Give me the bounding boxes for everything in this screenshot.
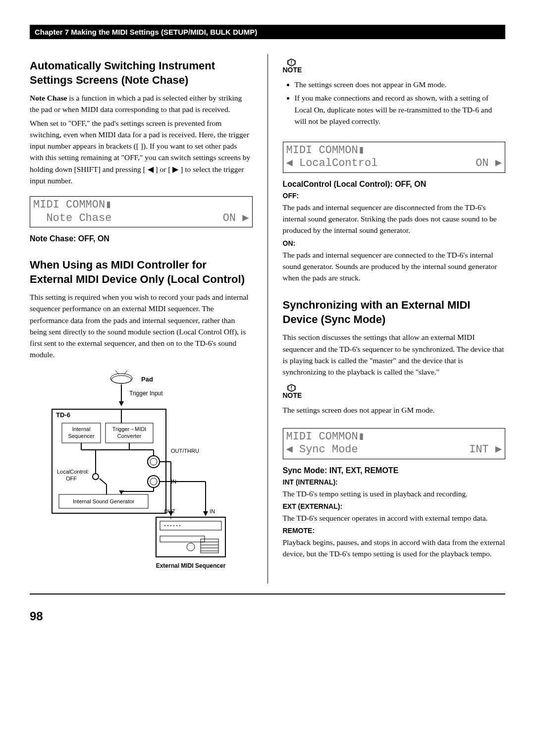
ext-text: The TD-6's sequencer operates in accord … bbox=[283, 512, 506, 524]
svg-point-45 bbox=[170, 525, 171, 526]
svg-rect-6 bbox=[52, 409, 166, 513]
svg-point-46 bbox=[173, 525, 174, 526]
heading-local-control: When Using as MIDI Controller for Extern… bbox=[30, 258, 253, 286]
label-in2: IN bbox=[210, 508, 215, 514]
svg-point-47 bbox=[176, 525, 177, 526]
note-bullets: The settings screen does not appear in G… bbox=[283, 79, 506, 127]
svg-point-16 bbox=[93, 474, 99, 480]
svg-marker-32 bbox=[203, 511, 208, 516]
label-lc-2: OFF bbox=[66, 476, 77, 482]
svg-line-18 bbox=[100, 479, 107, 485]
label-out2: OUT bbox=[164, 508, 176, 514]
subhead-local-control: LocalControl (Local Control): OFF, ON bbox=[283, 180, 506, 189]
sync-intro: This section discusses the settings that… bbox=[283, 331, 506, 378]
heading-note-chase: Automatically Switching Instrument Setti… bbox=[30, 59, 253, 87]
lcd-text: MIDI COMMON▮ bbox=[286, 144, 365, 157]
subhead-note-chase: Note Chase: OFF, ON bbox=[30, 234, 253, 243]
svg-point-13 bbox=[148, 456, 160, 468]
int-label: INT (INTERNAL): bbox=[283, 478, 506, 486]
lcd-note-chase: MIDI COMMON▮ Note Chase ON ▶ bbox=[30, 196, 253, 227]
label-conv-1: Trigger→MIDI bbox=[112, 426, 146, 432]
note-icon-2: NOTE bbox=[283, 384, 302, 399]
svg-rect-36 bbox=[160, 536, 205, 542]
label-ext-seq: External MIDI Sequencer bbox=[156, 562, 225, 569]
remote-text: Playback begins, pauses, and stops in ac… bbox=[283, 537, 506, 560]
lcd-text-left: Note Chase bbox=[33, 212, 111, 225]
ext-label: EXT (EXTERNAL): bbox=[283, 502, 506, 510]
off-label: OFF: bbox=[283, 192, 506, 200]
page-number: 98 bbox=[30, 609, 505, 623]
lcd-row1: MIDI COMMON▮ bbox=[286, 431, 502, 443]
lcd-local-control: MIDI COMMON▮ ◀ LocalControl ON ▶ bbox=[283, 142, 506, 173]
svg-point-20 bbox=[150, 478, 157, 485]
lcd-row2: Note Chase ON ▶ bbox=[33, 212, 249, 225]
on-text: The pads and internal sequencer are conn… bbox=[283, 249, 506, 284]
lcd-row2: ◀ LocalControl ON ▶ bbox=[286, 157, 502, 170]
lcd-row2: ◀ Sync Mode INT ▶ bbox=[286, 443, 502, 456]
lcd-text-right: ON ▶ bbox=[223, 212, 249, 225]
heading-sync-mode: Synchronizing with an External MIDI Devi… bbox=[283, 298, 506, 326]
off-text: The pads and internal sequencer are disc… bbox=[283, 202, 506, 236]
svg-rect-35 bbox=[160, 521, 221, 530]
lcd-text: MIDI COMMON▮ bbox=[33, 199, 111, 212]
left-column: Automatically Switching Instrument Setti… bbox=[30, 54, 253, 584]
right-column: NOTE The settings screen does not appear… bbox=[283, 54, 506, 584]
label-int-seq-1: Internal bbox=[72, 426, 90, 432]
label-isg: Internal Sound Generator bbox=[73, 498, 134, 504]
subhead-sync-mode: Sync Mode: INT, EXT, REMOTE bbox=[283, 466, 506, 475]
svg-point-19 bbox=[148, 476, 160, 487]
note-icon: NOTE bbox=[283, 59, 302, 74]
lcd-row1: MIDI COMMON▮ bbox=[33, 199, 249, 212]
svg-marker-5 bbox=[119, 401, 124, 406]
chapter-header: Chapter 7 Making the MIDI Settings (SETU… bbox=[30, 25, 505, 39]
local-control-intro: This setting is required when you wish t… bbox=[30, 291, 253, 361]
note-chase-intro: Note Chase is a function in which a pad … bbox=[30, 92, 253, 115]
svg-point-37 bbox=[187, 543, 195, 551]
svg-point-1 bbox=[110, 374, 132, 383]
bullet-1: The settings screen does not appear in G… bbox=[295, 79, 506, 90]
lcd-text-left: ◀ Sync Mode bbox=[286, 443, 358, 456]
svg-marker-26 bbox=[119, 490, 124, 494]
lcd-text-right: ON ▶ bbox=[476, 157, 502, 170]
label-lc-1: LocalControl: bbox=[57, 469, 89, 475]
label-pad: Pad bbox=[141, 376, 153, 383]
lcd-text: MIDI COMMON▮ bbox=[286, 431, 365, 443]
signal-flow-diagram: Pad Trigger Input TD-6 Internal Sequence… bbox=[30, 371, 253, 579]
on-label: ON: bbox=[283, 239, 506, 247]
lcd-sync-mode: MIDI COMMON▮ ◀ Sync Mode INT ▶ bbox=[283, 428, 506, 459]
note-chase-detail: When set to "OFF," the pad's settings sc… bbox=[30, 117, 253, 187]
note-chase-term: Note Chase bbox=[30, 94, 67, 102]
sync-note-text: The settings screen does not appear in G… bbox=[283, 404, 506, 416]
label-td6: TD-6 bbox=[56, 411, 70, 419]
label-out-thru: OUT/THRU bbox=[171, 448, 199, 454]
label-int-seq-2: Sequencer bbox=[68, 433, 95, 439]
svg-point-44 bbox=[167, 525, 168, 526]
label-trigger-input: Trigger Input bbox=[129, 390, 163, 397]
remote-label: REMOTE: bbox=[283, 527, 506, 535]
footer-rule: 98 bbox=[30, 594, 505, 623]
lcd-row1: MIDI COMMON▮ bbox=[286, 144, 502, 157]
svg-point-48 bbox=[179, 525, 180, 526]
bullet-2: If you make connections and record as sh… bbox=[295, 92, 506, 127]
column-divider bbox=[268, 54, 268, 584]
int-text: The TD-6's tempo setting is used in play… bbox=[283, 488, 506, 499]
label-conv-2: Converter bbox=[117, 433, 142, 439]
svg-point-14 bbox=[150, 458, 157, 465]
lcd-text-right: INT ▶ bbox=[469, 443, 502, 456]
svg-point-43 bbox=[164, 525, 165, 526]
lcd-text-left: ◀ LocalControl bbox=[286, 157, 378, 170]
